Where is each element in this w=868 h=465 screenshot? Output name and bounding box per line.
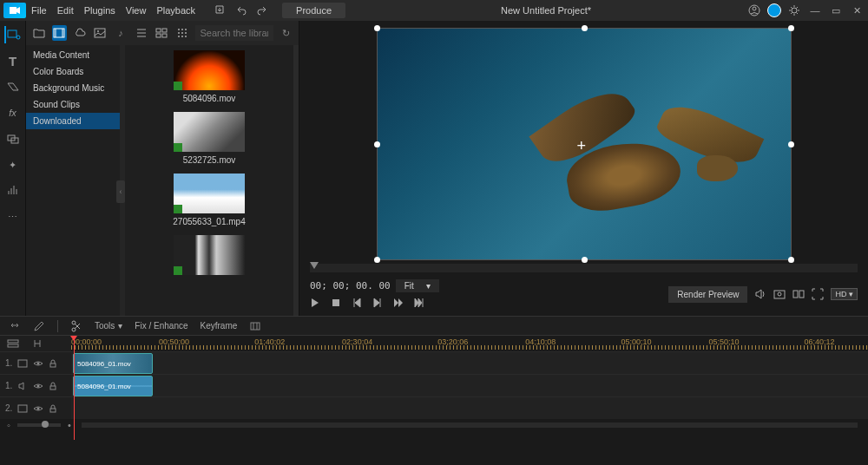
preview-frame[interactable]: + — [377, 28, 792, 260]
zoom-dropdown[interactable]: Fit▾ — [396, 279, 439, 292]
tool-overlay[interactable] — [4, 130, 22, 147]
scrub-handle-icon[interactable] — [310, 262, 319, 269]
zoom-in-icon[interactable]: • — [68, 420, 71, 430]
track-visible-icon[interactable] — [33, 359, 43, 368]
track-body[interactable] — [71, 397, 868, 419]
render-preview-button[interactable]: Render Preview — [668, 286, 747, 303]
track-lock-icon[interactable] — [49, 382, 57, 390]
track-body[interactable]: 5084096_01.mov — [71, 352, 868, 374]
skip-icon[interactable] — [414, 298, 426, 310]
lib-sort-icon[interactable] — [174, 25, 190, 41]
snap-icon[interactable] — [30, 336, 45, 351]
lib-list-icon[interactable] — [134, 25, 149, 41]
more-tools-icon[interactable] — [249, 320, 261, 332]
lib-refresh-icon[interactable]: ↻ — [279, 25, 294, 41]
settings-icon[interactable] — [786, 3, 802, 18]
track-view-icon[interactable] — [5, 336, 21, 351]
dual-view-icon[interactable] — [792, 288, 805, 300]
cat-sound-clips[interactable]: Sound Clips — [26, 96, 120, 113]
menu-plugins[interactable]: Plugins — [84, 5, 115, 16]
fullscreen-icon[interactable] — [812, 288, 824, 300]
preview-scrubber[interactable] — [310, 264, 858, 272]
menu-edit[interactable]: Edit — [57, 5, 74, 16]
resize-handle[interactable] — [788, 25, 794, 31]
track-body[interactable]: 5084096_01.mov — [71, 375, 868, 396]
avatar[interactable] — [767, 3, 781, 17]
collapse-icon[interactable]: ‹ — [116, 180, 125, 203]
timeline-clip-audio[interactable]: 5084096_01.mov — [73, 376, 153, 396]
lib-view-film-icon[interactable] — [52, 25, 68, 41]
cat-media-content[interactable]: Media Content — [26, 47, 120, 63]
timeline-h-scrollbar[interactable] — [82, 422, 858, 428]
pencil-icon[interactable] — [33, 320, 45, 332]
zoom-slider[interactable] — [17, 423, 61, 427]
fast-forward-icon[interactable] — [393, 298, 405, 310]
maximize-icon[interactable]: ▭ — [828, 3, 844, 18]
lib-music-icon[interactable]: ♪ — [113, 25, 128, 41]
stop-icon[interactable] — [331, 298, 343, 310]
snapshot-icon[interactable] — [773, 288, 786, 300]
resize-handle[interactable] — [582, 25, 588, 31]
import-icon[interactable] — [213, 3, 228, 18]
selection-tool-icon[interactable] — [9, 320, 21, 332]
lib-folder-icon[interactable] — [31, 25, 47, 41]
tool-title[interactable]: T — [4, 52, 22, 69]
lib-cloud-icon[interactable] — [72, 25, 88, 41]
track-video-icon[interactable] — [17, 359, 28, 368]
menu-file[interactable]: File — [31, 5, 47, 16]
menu-playback[interactable]: Playback — [156, 5, 195, 16]
lib-grid-icon[interactable] — [154, 25, 169, 41]
cat-downloaded[interactable]: Downloaded — [26, 113, 120, 129]
resize-handle[interactable] — [374, 257, 380, 263]
zoom-out-icon[interactable]: ◦ — [7, 420, 10, 430]
prev-frame-icon[interactable] — [352, 298, 364, 310]
tool-media[interactable] — [4, 26, 22, 43]
close-icon[interactable]: ✕ — [849, 3, 865, 18]
resize-handle[interactable] — [788, 257, 794, 263]
track-visible-icon[interactable] — [33, 382, 43, 390]
account-icon[interactable] — [746, 3, 762, 18]
tool-effects[interactable]: fx — [4, 104, 22, 121]
media-item[interactable]: 27055633_01.mp4 — [125, 174, 293, 226]
lib-image-icon[interactable] — [93, 25, 108, 41]
lib-scrollbar[interactable] — [293, 45, 299, 316]
track-header-video-2[interactable]: 2. — [0, 397, 71, 419]
resize-handle[interactable] — [582, 257, 588, 263]
track-lock-icon[interactable] — [49, 359, 57, 368]
volume-icon[interactable] — [754, 288, 766, 300]
preview-viewport[interactable]: + — [310, 28, 858, 260]
media-item[interactable]: 5232725.mov — [125, 112, 293, 165]
track-header-audio-1[interactable]: 1. — [0, 375, 71, 396]
timeline-ruler[interactable]: 00;00;00 00;50;00 01;40;02 02;30;04 03;2… — [71, 336, 868, 351]
minimize-icon[interactable]: — — [807, 3, 823, 18]
produce-button[interactable]: Produce — [282, 3, 345, 18]
menu-view[interactable]: View — [126, 5, 147, 16]
resize-handle[interactable] — [374, 25, 380, 31]
tool-more[interactable]: ⋯ — [4, 208, 22, 226]
tool-transition[interactable] — [4, 78, 22, 95]
tool-audio[interactable] — [4, 182, 22, 200]
cat-bg-music[interactable]: Background Music — [26, 80, 120, 96]
keyframe-button[interactable]: Keyframe — [201, 321, 238, 331]
timeline-clip-video[interactable]: 5084096_01.mov — [73, 353, 153, 374]
fix-enhance-button[interactable]: Fix / Enhance — [135, 321, 187, 331]
track-lock-icon[interactable] — [49, 404, 57, 413]
next-frame-icon[interactable] — [372, 298, 385, 310]
quality-badge[interactable]: HD ▾ — [831, 288, 858, 300]
media-item[interactable] — [125, 235, 293, 275]
media-item[interactable]: 5084096.mov — [125, 50, 293, 103]
resize-handle[interactable] — [374, 141, 380, 147]
track-visible-icon[interactable] — [33, 404, 43, 413]
redo-icon[interactable] — [254, 3, 270, 18]
split-icon[interactable] — [70, 320, 82, 332]
undo-icon[interactable] — [233, 3, 249, 18]
track-header-video-1[interactable]: 1. — [0, 352, 71, 374]
tools-dropdown[interactable]: Tools ▾ — [95, 321, 122, 331]
lib-splitter[interactable]: ‹ — [120, 45, 125, 316]
playhead[interactable] — [74, 336, 75, 440]
track-audio-icon[interactable] — [17, 382, 28, 390]
resize-handle[interactable] — [788, 141, 794, 147]
play-icon[interactable] — [310, 298, 322, 310]
track-video-icon[interactable] — [17, 404, 28, 413]
tool-particles[interactable]: ✦ — [4, 156, 22, 174]
